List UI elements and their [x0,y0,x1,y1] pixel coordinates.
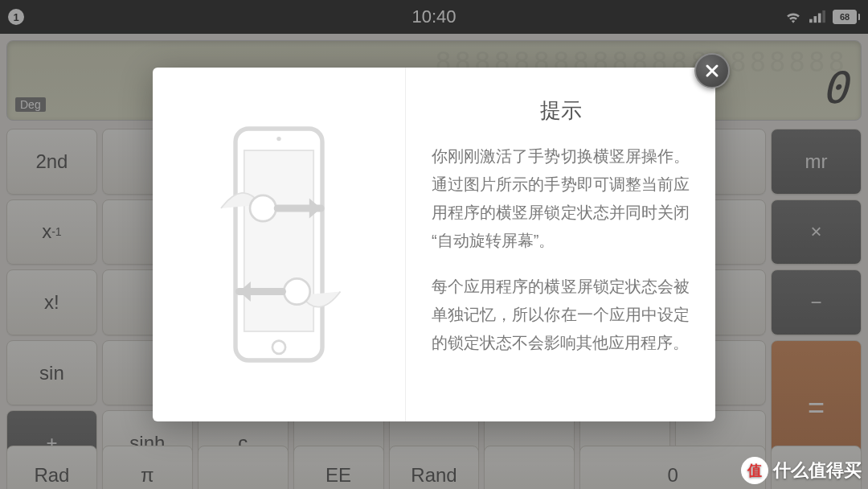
svg-point-9 [284,278,309,304]
phone-gesture-icon [207,121,351,368]
dialog-illustration [153,68,406,421]
svg-point-7 [276,137,280,141]
close-button[interactable] [694,53,730,88]
svg-point-8 [250,195,276,221]
svg-point-6 [272,341,285,354]
dialog-content: 提示 你刚刚激活了手势切换横竖屏操作。通过图片所示的手势即可调整当前应用程序的横… [406,68,715,421]
dialog-title: 提示 [432,97,690,125]
dialog-paragraph-2: 每个应用程序的横竖屏锁定状态会被单独记忆，所以你在一个应用中设定的锁定状态不会影… [432,273,690,357]
watermark-badge: 值 [741,457,768,484]
close-icon [705,64,719,78]
watermark: 值 什么值得买 [741,457,862,484]
watermark-text: 什么值得买 [773,458,862,483]
dialog-paragraph-1: 你刚刚激活了手势切换横竖屏操作。通过图片所示的手势即可调整当前应用程序的横竖屏锁… [432,142,690,255]
tip-dialog: 提示 你刚刚激活了手势切换横竖屏操作。通过图片所示的手势即可调整当前应用程序的横… [153,68,715,421]
modal-overlay: 提示 你刚刚激活了手势切换横竖屏操作。通过图片所示的手势即可调整当前应用程序的横… [0,0,868,489]
